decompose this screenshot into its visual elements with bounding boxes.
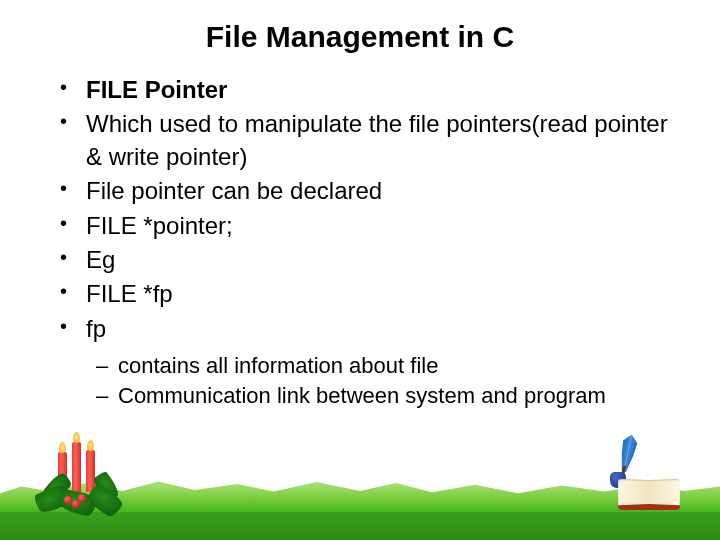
bullet-item: Eg xyxy=(60,244,680,276)
bullet-text: FILE *fp xyxy=(86,280,173,307)
holly-berry-icon xyxy=(64,496,72,504)
bullet-item: File pointer can be declared xyxy=(60,175,680,207)
bullet-text: FILE *pointer; xyxy=(86,212,233,239)
slide: File Management in C FILE Pointer Which … xyxy=(0,0,720,540)
sub-bullet-text: Communication link between system and pr… xyxy=(118,383,606,408)
slide-title: File Management in C xyxy=(40,20,680,54)
sub-bullet-text: contains all information about file xyxy=(118,353,438,378)
sub-bullet-item: contains all information about file xyxy=(96,351,680,381)
bullet-text: fp xyxy=(86,315,106,342)
bullet-list: FILE Pointer Which used to manipulate th… xyxy=(40,74,680,345)
book-page-icon xyxy=(618,479,649,505)
candle-icon xyxy=(72,442,81,492)
bullet-item: FILE *pointer; xyxy=(60,210,680,242)
flame-icon xyxy=(73,432,80,443)
bullet-text: Eg xyxy=(86,246,115,273)
flame-icon xyxy=(59,442,66,453)
bullet-item: FILE Pointer xyxy=(60,74,680,106)
bullet-item: FILE *fp xyxy=(60,278,680,310)
book-quill-icon xyxy=(610,440,690,510)
holly-berry-icon xyxy=(78,494,86,502)
book-icon xyxy=(618,478,680,510)
flame-icon xyxy=(87,440,94,451)
bullet-text: Which used to manipulate the file pointe… xyxy=(86,110,668,169)
sub-bullet-list: contains all information about file Comm… xyxy=(40,351,680,410)
quill-feather-icon xyxy=(615,433,641,474)
book-page-icon xyxy=(649,479,680,505)
holly-candles-icon xyxy=(30,440,130,520)
sub-bullet-item: Communication link between system and pr… xyxy=(96,381,680,411)
bullet-text: File pointer can be declared xyxy=(86,177,382,204)
bullet-text: FILE Pointer xyxy=(86,76,227,103)
bullet-item: fp xyxy=(60,313,680,345)
bullet-item: Which used to manipulate the file pointe… xyxy=(60,108,680,173)
